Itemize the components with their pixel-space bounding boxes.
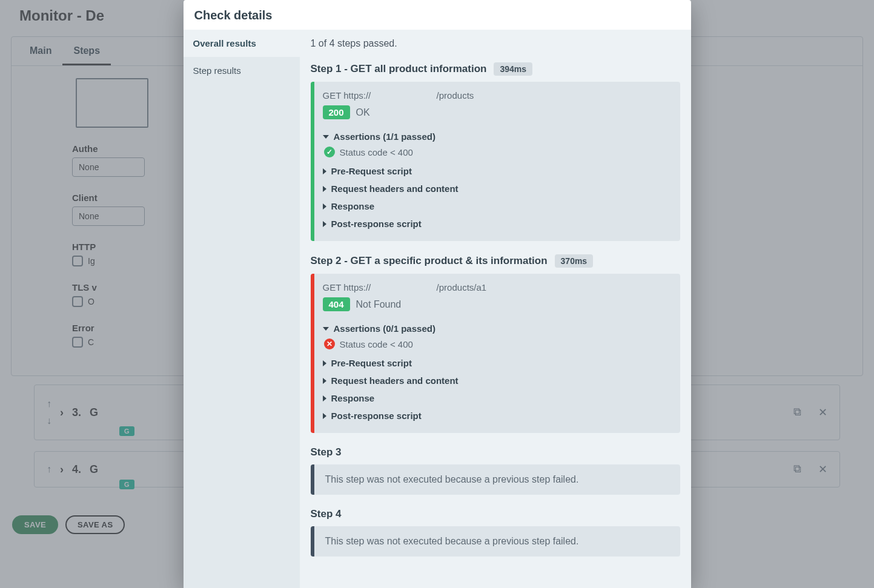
step-title: Step 3 (311, 446, 342, 458)
modal-sidebar: Overall results Step results (184, 30, 300, 588)
section-label: Response (331, 393, 375, 403)
assertions-toggle[interactable]: Assertions (0/1 passed) (323, 320, 669, 337)
chevron-right-icon (323, 360, 326, 366)
step-card-skipped: This step was not executed because a pre… (311, 464, 680, 495)
prereq-toggle[interactable]: Pre-Request script (323, 354, 669, 372)
response-toggle[interactable]: Response (323, 389, 669, 407)
assertion-text: Status code < 400 (340, 147, 413, 157)
assertions-header: Assertions (1/1 passed) (334, 131, 435, 142)
response-toggle[interactable]: Response (323, 197, 669, 215)
section-label: Post-response script (331, 411, 422, 421)
skip-message: This step was not executed because a pre… (314, 526, 680, 557)
req-prefix: GET https:// (323, 90, 371, 101)
chevron-right-icon (323, 186, 326, 192)
chevron-right-icon (323, 395, 326, 401)
chevron-right-icon (323, 413, 326, 419)
assertions-toggle[interactable]: Assertions (1/1 passed) (323, 128, 669, 145)
skip-message: This step was not executed because a pre… (314, 464, 680, 495)
chevron-right-icon (323, 221, 326, 227)
step-block-1: Step 1 - GET all product information 394… (300, 58, 691, 249)
sidebar-item-step[interactable]: Step results (184, 57, 300, 84)
section-label: Response (331, 201, 375, 211)
step-duration: 370ms (555, 254, 594, 268)
x-circle-icon: ✕ (324, 339, 335, 349)
section-label: Post-response script (331, 219, 422, 229)
chevron-right-icon (323, 378, 326, 384)
sidebar-item-overall[interactable]: Overall results (184, 30, 300, 57)
status-code: 200 (323, 105, 350, 119)
chevron-right-icon (323, 203, 326, 210)
headers-toggle[interactable]: Request headers and content (323, 180, 669, 197)
section-label: Request headers and content (331, 183, 459, 194)
req-suffix: /products/a1 (437, 282, 487, 292)
section-label: Pre-Request script (331, 358, 412, 368)
step-title: Step 2 - GET a specific product & its in… (311, 255, 548, 267)
section-label: Request headers and content (331, 375, 459, 386)
request-line: GET https:// /products/a1 (323, 282, 669, 292)
step-card: GET https:// /products/a1 404 Not Found … (311, 274, 680, 433)
step-duration: 394ms (494, 62, 532, 76)
step-block-3: Step 3 This step was not executed becaus… (300, 441, 691, 503)
request-line: GET https:// /products (323, 90, 669, 101)
step-block-4: Step 4 This step was not executed becaus… (300, 503, 691, 565)
step-block-2: Step 2 - GET a specific product & its in… (300, 249, 691, 441)
status-code: 404 (323, 297, 350, 311)
step-title: Step 4 (311, 508, 342, 520)
prereq-toggle[interactable]: Pre-Request script (323, 162, 669, 180)
headers-toggle[interactable]: Request headers and content (323, 372, 669, 389)
req-prefix: GET https:// (323, 282, 371, 292)
check-details-modal: Check details Overall results Step resul… (184, 0, 691, 588)
check-circle-icon: ✓ (324, 147, 335, 157)
status-text: Not Found (356, 299, 402, 310)
chevron-right-icon (323, 168, 326, 174)
assertions-header: Assertions (0/1 passed) (334, 323, 435, 334)
chevron-down-icon (323, 327, 329, 331)
postresp-toggle[interactable]: Post-response script (323, 407, 669, 424)
chevron-down-icon (323, 135, 329, 139)
req-suffix: /products (437, 90, 474, 101)
modal-title: Check details (184, 0, 691, 30)
assertion-row: ✓ Status code < 400 (323, 145, 669, 162)
step-title: Step 1 - GET all product information (311, 63, 487, 75)
summary-text: 1 of 4 steps passed. (300, 30, 691, 58)
assertion-text: Status code < 400 (340, 339, 413, 349)
assertion-row: ✕ Status code < 400 (323, 337, 669, 354)
section-label: Pre-Request script (331, 166, 412, 176)
step-card-skipped: This step was not executed because a pre… (311, 526, 680, 557)
modal-content[interactable]: 1 of 4 steps passed. Step 1 - GET all pr… (300, 30, 691, 588)
step-card: GET https:// /products 200 OK Assertions… (311, 82, 680, 241)
postresp-toggle[interactable]: Post-response script (323, 215, 669, 233)
modal-overlay: Check details Overall results Step resul… (0, 0, 874, 588)
status-text: OK (356, 107, 370, 118)
